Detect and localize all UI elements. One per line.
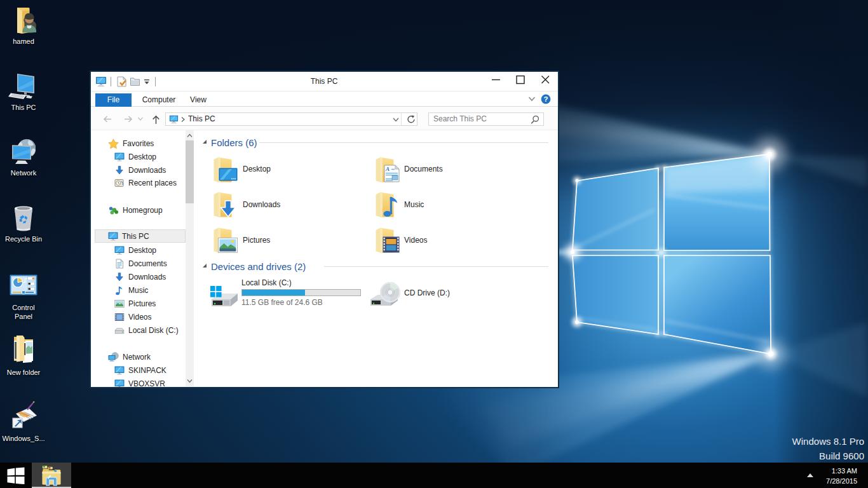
svg-text:?: ? xyxy=(543,95,548,103)
svg-text:A: A xyxy=(385,166,390,172)
